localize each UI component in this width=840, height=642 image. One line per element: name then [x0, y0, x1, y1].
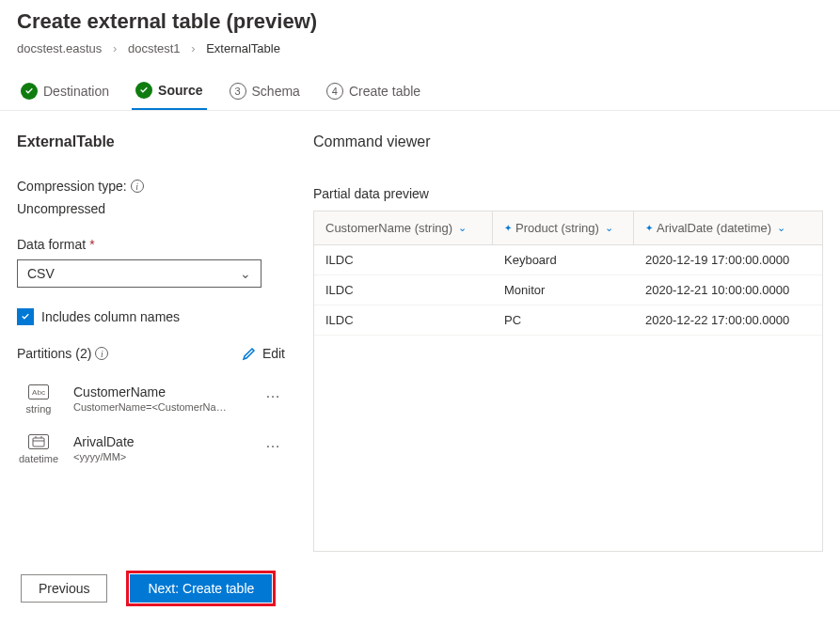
previous-button[interactable]: Previous	[21, 574, 107, 603]
partition-more-button[interactable]: …	[262, 384, 285, 401]
table-row: ILDC Monitor 2020-12-21 10:00:00.0000	[314, 275, 822, 305]
table-row: ILDC PC 2020-12-22 17:00:00.0000	[314, 305, 822, 336]
column-header-product[interactable]: ✦ Product (string) ⌄	[493, 211, 634, 244]
step-number-icon: 4	[326, 83, 343, 100]
info-icon[interactable]: i	[131, 180, 144, 193]
check-circle-icon	[21, 83, 38, 100]
cell: ILDC	[314, 305, 493, 335]
partition-more-button[interactable]: …	[262, 434, 285, 451]
partition-type-label: string	[26, 403, 52, 415]
content-area: ExternalTable Compression type: i Uncomp…	[0, 111, 840, 561]
page-header: Create external table (preview) docstest…	[0, 0, 840, 69]
partitions-header: Partitions (2) i Edit	[17, 346, 285, 361]
info-icon[interactable]: i	[95, 347, 108, 360]
datetime-type-icon	[28, 434, 49, 449]
cell: Monitor	[493, 275, 634, 305]
cell: Keyboard	[493, 245, 634, 274]
compression-type-value: Uncompressed	[17, 201, 285, 216]
partitions-label: Partitions (2)	[17, 346, 91, 361]
edit-partitions-button[interactable]: Edit	[242, 346, 285, 361]
partial-preview-label: Partial data preview	[313, 186, 823, 201]
partition-item: datetime ArivalDate <yyyy/MM> …	[17, 424, 285, 474]
breadcrumb-item[interactable]: docstest.eastus	[17, 41, 102, 55]
partition-pattern: <yyyy/MM>	[73, 451, 233, 462]
string-type-icon: Abc	[28, 384, 49, 399]
cell: ILDC	[314, 245, 493, 274]
chevron-down-icon: ⌄	[240, 266, 251, 281]
breadcrumb-item[interactable]: docstest1	[128, 41, 181, 55]
cell: PC	[493, 305, 634, 335]
chevron-down-icon: ⌄	[605, 222, 613, 234]
includes-column-names-checkbox[interactable]: Includes column names	[17, 308, 285, 325]
cell: ILDC	[314, 275, 493, 305]
cell: 2020-12-21 10:00:00.0000	[634, 275, 822, 305]
required-marker: *	[89, 237, 94, 252]
column-header-arivaldate[interactable]: ✦ ArivalDate (datetime) ⌄	[634, 211, 822, 244]
chevron-down-icon: ⌄	[458, 222, 467, 234]
chevron-right-icon: ›	[113, 41, 117, 55]
command-viewer-heading: Command viewer	[313, 133, 823, 150]
right-panel: Command viewer Partial data preview Cust…	[313, 133, 823, 552]
checkbox-checked-icon	[17, 308, 34, 325]
data-format-select[interactable]: CSV ⌄	[17, 259, 262, 288]
page-title: Create external table (preview)	[17, 9, 823, 34]
next-create-table-button[interactable]: Next: Create table	[130, 574, 272, 603]
step-label: Schema	[252, 84, 300, 99]
step-schema[interactable]: 3 Schema	[226, 75, 304, 109]
partition-name: ArivalDate	[73, 434, 248, 449]
chevron-down-icon: ⌄	[777, 222, 785, 234]
check-circle-icon	[135, 82, 152, 99]
breadcrumb: docstest.eastus › docstest1 › ExternalTa…	[17, 41, 823, 55]
table-header-row: CustomerName (string) ⌄ ✦ Product (strin…	[314, 211, 822, 245]
includes-column-names-label: Includes column names	[41, 309, 180, 324]
cell: 2020-12-22 17:00:00.0000	[634, 305, 822, 335]
step-label: Create table	[349, 84, 420, 99]
step-label: Source	[158, 83, 202, 98]
step-label: Destination	[43, 84, 109, 99]
compression-type-label: Compression type: i	[17, 179, 285, 194]
sparkle-icon: ✦	[645, 224, 653, 233]
svg-rect-0	[33, 438, 44, 446]
wizard-steps: Destination Source 3 Schema 4 Create tab…	[0, 69, 840, 111]
preview-table: CustomerName (string) ⌄ ✦ Product (strin…	[313, 211, 823, 336]
table-row: ILDC Keyboard 2020-12-19 17:00:00.0000	[314, 245, 822, 275]
data-format-selected: CSV	[27, 266, 55, 281]
step-source[interactable]: Source	[132, 74, 206, 110]
pencil-icon	[242, 346, 257, 361]
chevron-right-icon: ›	[191, 41, 195, 55]
table-name-heading: ExternalTable	[17, 133, 285, 150]
table-empty-area	[313, 336, 823, 552]
partition-name: CustomerName	[73, 384, 248, 399]
footer-buttons: Previous Next: Create table	[0, 561, 840, 619]
step-number-icon: 3	[230, 83, 246, 100]
column-header-customername[interactable]: CustomerName (string) ⌄	[314, 211, 493, 244]
breadcrumb-current: ExternalTable	[206, 41, 280, 55]
data-format-label: Data format *	[17, 237, 285, 252]
partition-pattern: CustomerName=<CustomerName>	[73, 401, 233, 413]
step-create-table[interactable]: 4 Create table	[323, 75, 424, 109]
sparkle-icon: ✦	[504, 224, 512, 233]
left-panel: ExternalTable Compression type: i Uncomp…	[17, 133, 285, 552]
step-destination[interactable]: Destination	[17, 75, 113, 109]
partition-type-label: datetime	[19, 453, 58, 464]
cell: 2020-12-19 17:00:00.0000	[634, 245, 822, 274]
partition-item: Abc string CustomerName CustomerName=<Cu…	[17, 374, 285, 424]
